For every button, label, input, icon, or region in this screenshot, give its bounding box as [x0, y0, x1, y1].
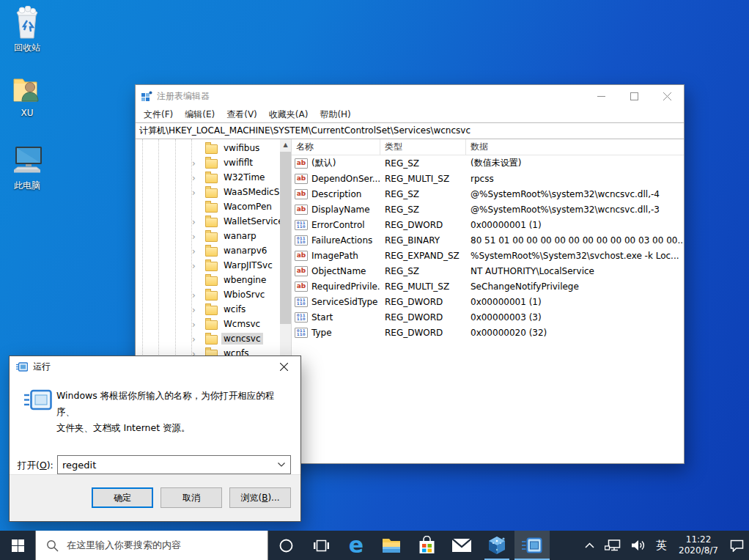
desktop-icon-recycle-bin[interactable]: 回收站: [0, 6, 54, 54]
mail-button[interactable]: [444, 531, 479, 560]
registry-value-row[interactable]: RequiredPrivile... REG_MULTI_SZ SeChange…: [292, 279, 684, 294]
ime-indicator[interactable]: 英: [651, 531, 672, 560]
cancel-button[interactable]: 取消: [160, 487, 222, 508]
tree-item[interactable]: › wcifs: [136, 303, 280, 317]
chevron-right-icon[interactable]: ›: [192, 334, 201, 345]
desktop-icon-label: 此电脑: [14, 180, 40, 191]
run-command-value[interactable]: regedit: [58, 460, 273, 471]
tree-item[interactable]: › WbioSrvc: [136, 288, 280, 303]
tree-item[interactable]: › wbengine: [136, 273, 280, 288]
ok-button[interactable]: 确定: [92, 487, 153, 508]
scroll-up-icon[interactable]: ▲: [280, 139, 291, 151]
menu-item[interactable]: 收藏夹(A): [263, 106, 314, 123]
menu-item[interactable]: 文件(F): [138, 106, 179, 123]
tree-item-label[interactable]: WbioSrvc: [221, 289, 267, 301]
tree-item-label[interactable]: wbengine: [221, 274, 268, 286]
column-header-data[interactable]: 数据: [466, 139, 684, 155]
run-taskbar-button[interactable]: [514, 531, 550, 560]
column-header-name[interactable]: 名称: [292, 139, 380, 155]
run-titlebar[interactable]: 运行: [10, 356, 300, 377]
chevron-right-icon[interactable]: ›: [192, 319, 201, 331]
chevron-right-icon[interactable]: ›: [192, 304, 201, 316]
registry-value-row[interactable]: DisplayName REG_SZ @%SystemRoot%\system3…: [292, 202, 684, 217]
tree-item-label[interactable]: vwififlt: [221, 157, 255, 169]
tree-item-label[interactable]: Wcmsvc: [221, 318, 262, 330]
tray-expand-button[interactable]: [580, 531, 599, 560]
taskbar-search-box[interactable]: 在这里输入你要搜索的内容: [35, 531, 268, 560]
tree-item-label[interactable]: wcncsvc: [221, 333, 263, 345]
scrollbar-thumb[interactable]: [280, 152, 291, 324]
desktop-icon-this-pc[interactable]: 此电脑: [0, 144, 54, 192]
close-button[interactable]: [651, 85, 684, 107]
chevron-right-icon[interactable]: ›: [192, 231, 201, 243]
tree-item[interactable]: › vwifibus: [136, 141, 280, 156]
minimize-button[interactable]: [585, 85, 618, 107]
tree-item-label[interactable]: WalletService: [221, 215, 286, 227]
registry-value-row[interactable]: Description REG_SZ @%SystemRoot%\system3…: [292, 186, 684, 202]
browse-button[interactable]: 浏览(B)...: [229, 487, 291, 508]
start-button[interactable]: [0, 531, 35, 560]
desktop-icon-label: 回收站: [14, 43, 40, 53]
registry-value-row[interactable]: ErrorControl REG_DWORD 0x00000001 (1): [292, 217, 684, 232]
chevron-right-icon[interactable]: ›: [192, 246, 201, 257]
column-header-type[interactable]: 类型: [380, 139, 466, 155]
value-type-icon: [295, 251, 308, 261]
tree-item[interactable]: › WacomPen: [136, 200, 280, 215]
address-bar[interactable]: 计算机\HKEY_LOCAL_MACHINE\SYSTEM\CurrentCon…: [136, 122, 684, 139]
registry-value-row[interactable]: DependOnSer... REG_MULTI_SZ rpcss: [292, 171, 684, 186]
tree-item[interactable]: › vwififlt: [136, 156, 280, 171]
tree-item[interactable]: › WalletService: [136, 215, 280, 229]
registry-value-row[interactable]: ImagePath REG_EXPAND_SZ %SystemRoot%\Sys…: [292, 248, 684, 263]
action-center-button[interactable]: [725, 531, 749, 560]
tree-item[interactable]: › wanarp: [136, 229, 280, 244]
tree-item[interactable]: › Wcmsvc: [136, 317, 280, 332]
tree-item-label[interactable]: WacomPen: [221, 201, 274, 213]
registry-titlebar[interactable]: 注册表编辑器: [136, 85, 684, 107]
tree-item-label[interactable]: W32Time: [221, 172, 268, 183]
chevron-right-icon[interactable]: ›: [192, 290, 201, 301]
regedit-taskbar-button[interactable]: [479, 531, 514, 560]
tree-item-label[interactable]: WaaSMedicS: [221, 186, 281, 198]
folder-icon: [205, 144, 218, 154]
registry-value-row[interactable]: FailureActions REG_BINARY 80 51 01 00 00…: [292, 232, 684, 248]
tree-item-label[interactable]: wanarp: [221, 230, 259, 242]
tree-item-label[interactable]: wanarpv6: [221, 245, 269, 257]
chevron-right-icon[interactable]: ›: [192, 172, 201, 184]
chevron-right-icon[interactable]: ›: [192, 260, 201, 272]
registry-value-row[interactable]: ObjectName REG_SZ NT AUTHORITY\LocalServ…: [292, 263, 684, 279]
close-icon[interactable]: [268, 356, 300, 377]
tree-item-label[interactable]: wcifs: [221, 303, 248, 315]
chevron-right-icon[interactable]: ›: [192, 187, 201, 199]
store-button[interactable]: [409, 531, 444, 560]
tree-item-label[interactable]: vwifibus: [221, 142, 262, 154]
chevron-down-icon[interactable]: [273, 463, 290, 467]
run-command-combobox[interactable]: regedit: [57, 455, 291, 474]
registry-value-row[interactable]: (默认) REG_SZ (数值未设置): [292, 155, 684, 171]
tree-item[interactable]: › WarpJITSvc: [136, 259, 280, 273]
task-view-button[interactable]: [303, 531, 339, 560]
maximize-button[interactable]: [618, 85, 651, 107]
taskbar: 在这里输入你要搜索的内容 e: [0, 531, 749, 560]
tree-item[interactable]: › wcncsvc: [136, 332, 280, 347]
registry-value-row[interactable]: Start REG_DWORD 0x00000003 (3): [292, 309, 684, 325]
registry-value-row[interactable]: ServiceSidType REG_DWORD 0x00000001 (1): [292, 294, 684, 309]
taskbar-clock[interactable]: 11:22 2020/8/7: [672, 534, 725, 556]
volume-tray-button[interactable]: [626, 531, 651, 560]
chevron-right-icon[interactable]: ›: [192, 158, 201, 169]
tree-item[interactable]: › wanarpv6: [136, 244, 280, 259]
chevron-right-icon[interactable]: ›: [192, 216, 201, 228]
menu-item[interactable]: 帮助(H): [314, 106, 356, 123]
folder-icon: [205, 232, 218, 242]
edge-button[interactable]: e: [339, 531, 374, 560]
menu-item[interactable]: 编辑(E): [179, 106, 221, 123]
network-tray-button[interactable]: [599, 531, 626, 560]
cortana-button[interactable]: [268, 531, 303, 560]
file-explorer-button[interactable]: [374, 531, 409, 560]
tree-item[interactable]: › WaaSMedicS: [136, 185, 280, 200]
run-app-icon: [16, 362, 28, 372]
menu-item[interactable]: 查看(V): [221, 106, 263, 123]
desktop-icon-user-folder[interactable]: XU: [0, 73, 54, 118]
registry-value-row[interactable]: Type REG_DWORD 0x00000020 (32): [292, 325, 684, 340]
tree-item-label[interactable]: WarpJITSvc: [221, 259, 275, 271]
tree-item[interactable]: › W32Time: [136, 171, 280, 185]
